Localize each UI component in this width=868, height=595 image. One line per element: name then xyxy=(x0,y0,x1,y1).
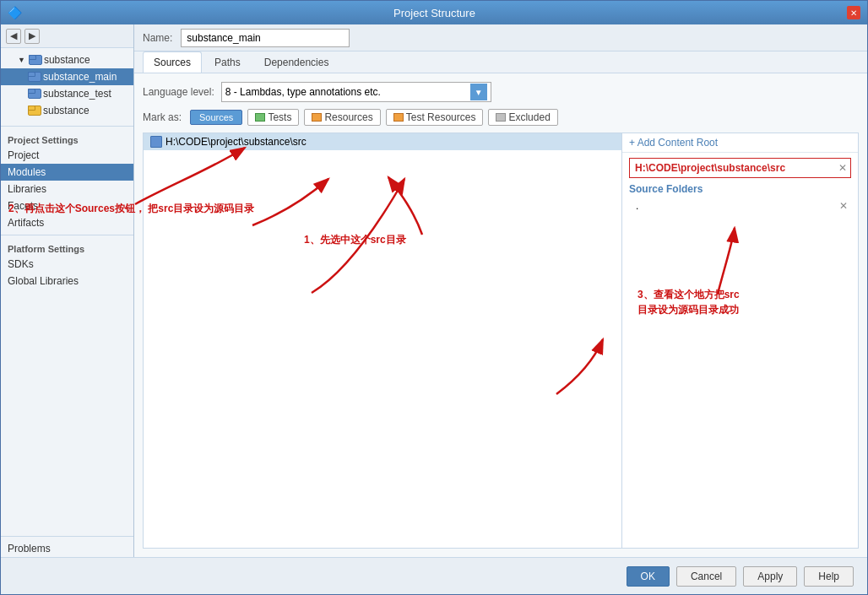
right-panel-content: H:\CODE\project\substance\src ✕ Source F… xyxy=(622,153,858,548)
src-path-label: H:\CODE\project\substance\src xyxy=(165,136,307,148)
content-roots-tree: H:\CODE\project\substance\src xyxy=(143,133,622,549)
forward-button[interactable]: ▶ xyxy=(24,29,40,44)
sidebar-item-artifacts[interactable]: Artifacts xyxy=(1,214,133,231)
tree-substance-test-node[interactable]: substance_test xyxy=(1,85,133,102)
lang-label: Language level: xyxy=(143,86,214,98)
tab-paths[interactable]: Paths xyxy=(203,51,252,73)
libraries-label: Libraries xyxy=(8,183,46,195)
lang-dropdown-arrow[interactable]: ▼ xyxy=(470,84,487,100)
tests-icon xyxy=(255,113,265,122)
mark-excluded-button[interactable]: Excluded xyxy=(488,109,557,126)
name-field-label: Name: xyxy=(143,32,172,44)
source-folder-dot: . xyxy=(636,200,638,212)
content-area: Name: Sources Paths Dependencies Languag… xyxy=(134,24,867,557)
name-toolbar: Name: xyxy=(134,24,867,51)
right-panel: + Add Content Root H:\CODE\project\subst… xyxy=(622,133,859,549)
mark-test-resources-button[interactable]: Test Resources xyxy=(386,109,484,126)
main-area: ◀ ▶ ▼ substance substance_main substance… xyxy=(1,24,867,557)
tree-substance-child-node[interactable]: substance xyxy=(1,102,133,119)
tree-substance-node[interactable]: ▼ substance xyxy=(1,51,133,68)
mark-as-label: Mark as: xyxy=(143,111,182,123)
problems-label: Problems xyxy=(8,543,51,554)
tabs-bar: Sources Paths Dependencies xyxy=(134,51,867,73)
app-icon: 🔷 xyxy=(8,6,22,19)
substance-test-label: substance_test xyxy=(43,88,111,100)
ok-button[interactable]: OK xyxy=(627,566,670,587)
titlebar-left: 🔷 xyxy=(8,6,22,19)
tab-dependencies[interactable]: Dependencies xyxy=(253,51,340,73)
name-input[interactable] xyxy=(181,29,350,47)
project-structure-window: 🔷 Project Structure ✕ ◀ ▶ ▼ substance su… xyxy=(0,0,868,595)
tree-substance-main-node[interactable]: substance_main xyxy=(1,68,133,85)
folder-icon3 xyxy=(28,105,40,116)
sdks-label: SDKs xyxy=(8,258,34,270)
folder-blue-icon2 xyxy=(28,89,40,99)
project-label: Project xyxy=(8,149,39,161)
folder-blue-icon xyxy=(28,72,40,82)
substance-main-label: substance_main xyxy=(43,71,117,83)
mark-sources-button[interactable]: Sources xyxy=(190,110,242,125)
mark-resources-button[interactable]: Resources xyxy=(304,109,380,126)
sidebar: ◀ ▶ ▼ substance substance_main substance… xyxy=(1,24,134,557)
modules-label: Modules xyxy=(8,166,46,178)
split-area: H:\CODE\project\substance\src + Add Cont… xyxy=(143,133,859,549)
excluded-icon xyxy=(496,113,506,122)
mark-as-row: Mark as: Sources Tests Resources Test Re… xyxy=(143,109,859,126)
sidebar-item-libraries[interactable]: Libraries xyxy=(1,181,133,197)
cancel-button[interactable]: Cancel xyxy=(676,566,736,587)
resources-icon xyxy=(312,113,322,122)
window-title: Project Structure xyxy=(22,7,847,19)
project-settings-label: Project Settings xyxy=(1,130,133,147)
sidebar-toolbar: ◀ ▶ xyxy=(1,24,133,48)
substance-node-label: substance xyxy=(44,54,90,66)
remove-source-folder-button[interactable]: ✕ xyxy=(839,200,848,212)
help-button[interactable]: Help xyxy=(804,566,854,587)
content-root-path: H:\CODE\project\substance\src xyxy=(633,160,787,176)
src-folder-icon xyxy=(150,136,162,148)
sidebar-item-problems[interactable]: Problems xyxy=(1,540,133,557)
global-libraries-label: Global Libraries xyxy=(8,275,79,287)
sidebar-item-global-libraries[interactable]: Global Libraries xyxy=(1,273,133,289)
sidebar-item-project[interactable]: Project xyxy=(1,147,133,164)
sources-tab-content: Language level: 8 - Lambdas, type annota… xyxy=(134,73,867,557)
sidebar-item-facets[interactable]: Facets xyxy=(1,197,133,214)
titlebar: 🔷 Project Structure ✕ xyxy=(1,1,867,24)
divider3 xyxy=(1,536,133,537)
right-panel-toolbar: + Add Content Root xyxy=(622,133,858,153)
apply-button[interactable]: Apply xyxy=(743,566,797,587)
close-button[interactable]: ✕ xyxy=(847,6,860,19)
artifacts-label: Artifacts xyxy=(8,217,44,229)
tab-sources[interactable]: Sources xyxy=(143,51,202,73)
substance-child-label: substance xyxy=(43,105,90,116)
divider2 xyxy=(1,235,133,235)
src-tree-item[interactable]: H:\CODE\project\substance\src xyxy=(144,133,621,150)
language-level-row: Language level: 8 - Lambdas, type annota… xyxy=(143,82,859,102)
sidebar-item-modules[interactable]: Modules xyxy=(1,164,133,181)
mark-tests-button[interactable]: Tests xyxy=(247,109,299,126)
sidebar-item-sdks[interactable]: SDKs xyxy=(1,256,133,273)
remove-root-button[interactable]: ✕ xyxy=(838,162,847,174)
add-content-root-button[interactable]: + Add Content Root xyxy=(629,137,718,149)
bottom-bar: OK Cancel Apply Help xyxy=(1,557,867,594)
language-level-select[interactable]: 8 - Lambdas, type annotations etc. ▼ xyxy=(221,82,491,102)
facets-label: Facets xyxy=(8,200,38,212)
lang-select-value: 8 - Lambdas, type annotations etc. xyxy=(225,86,467,98)
platform-settings-label: Platform Settings xyxy=(1,239,133,256)
source-folders-label: Source Folders xyxy=(629,183,851,195)
back-button[interactable]: ◀ xyxy=(6,29,21,44)
divider1 xyxy=(1,126,133,127)
folder-icon xyxy=(29,55,41,65)
test-resources-icon xyxy=(393,113,404,122)
